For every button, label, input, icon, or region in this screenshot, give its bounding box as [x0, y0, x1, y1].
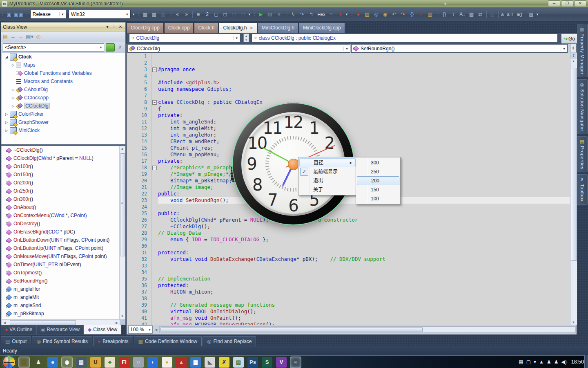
member-item[interactable]: On200r()	[2, 179, 125, 187]
member-item[interactable]: On100r()	[2, 162, 125, 171]
tree-item-graphshower[interactable]: ▷GraphShower	[2, 118, 125, 126]
scroll-up-icon[interactable]: ▲	[120, 146, 125, 152]
yellow-x-app-icon[interactable]: ✗	[219, 357, 229, 368]
scrollbar-thumb[interactable]	[571, 68, 577, 261]
platform-combo[interactable]: Win32▾	[69, 10, 131, 19]
class-combo[interactable]: CClockDlg ▾	[127, 44, 350, 53]
qq-penguin-icon[interactable]: ♟	[33, 357, 44, 368]
member-item[interactable]: SetRoundRgn()	[2, 277, 125, 285]
breakpoint-sphere-icon[interactable]: ●	[336, 10, 345, 18]
window-position-icon[interactable]: ▾	[104, 25, 111, 29]
tab-miniclockdlg-h[interactable]: MiniClockDlg.h	[258, 22, 298, 33]
tree-expander-icon[interactable]: ▷	[4, 121, 9, 124]
tree-item-caboutdlg[interactable]: ▷CAboutDlg	[2, 85, 125, 94]
keyboard-tray-icon[interactable]: ▤	[519, 359, 523, 365]
comment-dropdown[interactable]: ▾	[248, 12, 250, 16]
member-item[interactable]: m_angleMit	[2, 293, 125, 301]
splitter-grip-icon[interactable]: ⇕	[570, 53, 577, 59]
member-item[interactable]: OnMouseMove(UINT nFlags, CPoint point)	[2, 252, 125, 260]
tab-find-symbol-results[interactable]: ◎Find Symbol Results	[32, 336, 92, 346]
menu-item-show-topmost[interactable]: ✓最前端显示	[299, 167, 356, 176]
member-item[interactable]: m_pBkBitmap	[2, 310, 125, 318]
editor-vertical-scrollbar[interactable]: ⇕ ▲ ▼	[570, 53, 577, 325]
scroll-left-icon[interactable]: ◀	[2, 321, 7, 325]
member-combo[interactable]: SetRoundRgn() ▾	[351, 44, 568, 53]
blue-grid-app-icon[interactable]: ▦	[190, 357, 201, 368]
tree-expander-icon[interactable]: ▷	[11, 96, 16, 100]
split-editor-handle[interactable]: ⇕	[570, 44, 577, 52]
list-members-icon[interactable]: ≡	[194, 10, 202, 18]
clear-search-icon[interactable]: ✗	[116, 45, 124, 50]
dropdown-arrow-icon[interactable]: ▾	[59, 12, 66, 16]
tree-item-cclockapp[interactable]: ▷CClockApp	[2, 94, 125, 102]
member-item[interactable]: OnLButtonUp(UINT nFlags, CPoint point)	[2, 244, 125, 252]
tree-expander-icon[interactable]: ▷	[11, 63, 16, 67]
fold-collapse-icon[interactable]: −	[152, 166, 157, 170]
undo-icon[interactable]: ↶	[390, 10, 398, 18]
layers-icon[interactable]: ▧	[527, 10, 535, 18]
tree-expander-icon[interactable]: ▷	[11, 88, 16, 92]
save-button[interactable]: ▣	[5, 10, 13, 18]
search-go-button[interactable]: →	[106, 43, 115, 52]
member-item[interactable]: OnEraseBkgnd(CDC * pDC)	[2, 228, 125, 236]
tree-expander-icon[interactable]: ▷	[4, 129, 9, 132]
tree-item-miniclock[interactable]: ▷MiniClock	[2, 126, 125, 135]
explorer-folder-icon[interactable]: ▤	[19, 357, 29, 368]
photoshop-icon[interactable]: Ps	[247, 357, 258, 368]
tree-item-maps[interactable]: ▷Maps	[2, 61, 125, 69]
rename-a-label[interactable]: a	[501, 12, 503, 17]
hex-label[interactable]: Hex	[317, 12, 325, 17]
member-item[interactable]: m_angleHor	[2, 285, 125, 293]
indent-icon[interactable]: »	[182, 10, 190, 18]
word-wrap-icon[interactable]: 2	[203, 10, 211, 18]
search-input[interactable]: <Search> ▾	[3, 43, 104, 52]
submenu-item-300[interactable]: 300	[357, 158, 399, 167]
member-item[interactable]: On300r()	[2, 195, 125, 203]
go-button[interactable]: ↪ Go	[561, 34, 577, 44]
tab-output[interactable]: ▤Output	[1, 336, 31, 346]
member-item[interactable]: On150r()	[2, 171, 125, 179]
step-over-icon[interactable]: ↷	[298, 10, 306, 18]
member-item[interactable]: OnAbout()	[2, 203, 125, 211]
back-button[interactable]: ←	[10, 34, 16, 40]
fold-collapse-icon[interactable]: −	[152, 100, 157, 105]
tab-property-manager[interactable]: ▥Property Manager	[577, 24, 588, 77]
ultraedit-icon[interactable]: U	[90, 357, 101, 368]
member-item[interactable]: OnContextMenu(CWnd *, CPoint)	[2, 211, 125, 220]
new-comment-icon[interactable]: ◻	[221, 10, 229, 18]
outdent-icon[interactable]: «	[173, 10, 181, 18]
spell-check-icon[interactable]: ✓	[417, 10, 425, 18]
member-item[interactable]: OnDestroy()	[2, 220, 125, 228]
tab-miniclockdlg-cpp[interactable]: MiniClockDlg.cpp	[299, 22, 345, 33]
find-class-button[interactable]: ◎	[36, 34, 40, 40]
member-item[interactable]: On250r()	[2, 187, 125, 195]
tab-breakpoints[interactable]: ●Breakpoints	[93, 336, 133, 346]
member-item[interactable]: OnLButtonDown(UINT nFlags, CPoint point)	[2, 236, 125, 244]
menu-item-about[interactable]: 关于	[299, 185, 356, 194]
rename-at-label[interactable]: a:T	[507, 12, 513, 17]
tab-resource-view[interactable]: ▣Resource View	[36, 325, 84, 334]
green-s-app-icon[interactable]: S	[262, 357, 272, 368]
surround-braces-icon[interactable]: {}	[408, 10, 416, 18]
new-folder-button[interactable]: ▤	[3, 34, 8, 40]
paste-icon[interactable]: ▥	[426, 10, 434, 18]
volume-tray-icon[interactable]: ◀)	[561, 359, 566, 365]
qq-tray-icon-1[interactable]: ♟	[547, 359, 551, 365]
va-dropdown[interactable]: ▾	[537, 12, 539, 16]
tab-clock-h[interactable]: Clock.h	[194, 22, 218, 33]
red-media-app-icon[interactable]: ▲	[176, 357, 187, 368]
minimize-button[interactable]: ─	[548, 0, 560, 7]
submenu-item-100[interactable]: 100	[357, 194, 399, 203]
dropdown-arrow-icon[interactable]: ▾	[147, 328, 152, 332]
tree-expander-icon[interactable]: ▷	[11, 104, 16, 108]
flash-fl-icon[interactable]: Fl	[119, 357, 129, 368]
scroll-up-icon[interactable]: ▲	[570, 59, 577, 63]
colorful-v-app-icon[interactable]: V	[276, 357, 287, 368]
tree-expander-icon[interactable]: ▷	[4, 112, 9, 116]
redo-icon[interactable]: ↷	[399, 10, 407, 18]
dialog-editor-icon[interactable]: ▦	[141, 10, 149, 18]
fold-collapse-icon[interactable]: −	[152, 67, 157, 72]
members-vertical-scrollbar[interactable]: ▲ ▼	[119, 146, 125, 319]
tab-solution-navigator[interactable]: ◎Solution Navigator	[577, 79, 588, 134]
tray-dropdown-icon[interactable]: ▾	[534, 359, 536, 365]
